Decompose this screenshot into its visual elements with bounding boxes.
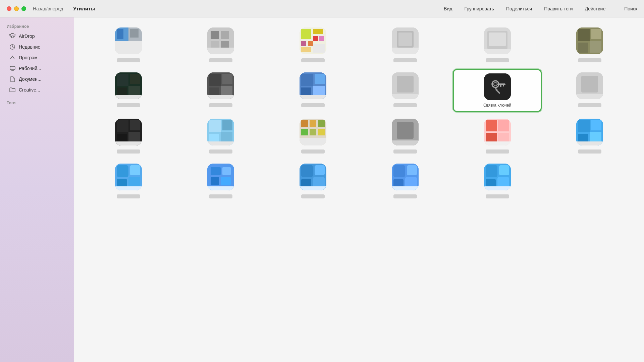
window-title: Утилиты — [73, 6, 95, 11]
svg-rect-37 — [578, 29, 590, 41]
sidebar-item-programs[interactable]: Програм... — [3, 53, 71, 63]
list-item[interactable] — [361, 160, 449, 202]
tags-label: Теги — [0, 95, 74, 107]
svg-rect-38 — [591, 29, 601, 39]
svg-rect-103 — [591, 120, 601, 130]
svg-rect-132 — [486, 165, 497, 177]
svg-rect-20 — [301, 29, 311, 39]
svg-rect-106 — [576, 141, 603, 145]
list-item[interactable] — [268, 24, 357, 66]
svg-rect-85 — [301, 120, 308, 127]
programs-icon — [9, 55, 15, 61]
svg-rect-48 — [209, 74, 221, 86]
svg-rect-40 — [590, 41, 601, 53]
action-button[interactable]: Действие — [585, 6, 606, 11]
list-item[interactable] — [268, 69, 357, 112]
sidebar-item-airdrop[interactable]: AirDrop — [3, 31, 71, 41]
svg-rect-114 — [211, 167, 221, 175]
keychain-app[interactable]: Связка ключей — [453, 69, 542, 112]
svg-rect-61 — [392, 94, 419, 99]
toolbar: Назад/вперед Утилиты Вид Группировать По… — [0, 0, 644, 17]
svg-rect-97 — [498, 120, 509, 131]
sidebar: Избранное AirDrop Недавние — [0, 17, 74, 362]
list-item[interactable] — [84, 115, 173, 157]
list-item[interactable] — [361, 115, 449, 157]
svg-rect-52 — [207, 95, 234, 99]
list-item[interactable] — [84, 24, 173, 66]
sidebar-item-desktop[interactable]: Рабочий... — [3, 63, 71, 73]
sidebar-item-creative[interactable]: Creative... — [3, 85, 71, 95]
svg-rect-90 — [318, 129, 325, 135]
svg-rect-26 — [301, 47, 311, 52]
svg-rect-93 — [397, 122, 414, 139]
list-item[interactable] — [268, 160, 357, 202]
svg-rect-18 — [207, 48, 234, 54]
list-item[interactable] — [268, 115, 357, 157]
list-item[interactable] — [84, 69, 173, 112]
svg-rect-66 — [503, 85, 504, 86]
svg-rect-21 — [313, 29, 323, 34]
list-item[interactable] — [361, 69, 449, 112]
edit-tags-button[interactable]: Править теги — [544, 6, 573, 11]
svg-rect-121 — [315, 165, 325, 175]
close-button[interactable] — [7, 6, 11, 11]
svg-rect-68 — [495, 89, 500, 94]
svg-rect-88 — [301, 129, 308, 135]
svg-rect-58 — [300, 95, 326, 99]
svg-rect-112 — [115, 186, 142, 190]
traffic-lights — [7, 6, 26, 11]
content-area: Связка ключей — [74, 17, 644, 362]
minimize-button[interactable] — [14, 6, 19, 11]
svg-rect-34 — [489, 33, 506, 46]
airdrop-icon — [9, 33, 15, 39]
svg-rect-118 — [207, 186, 234, 190]
svg-rect-73 — [117, 120, 128, 132]
svg-rect-96 — [486, 120, 497, 131]
clock-icon — [9, 44, 15, 50]
svg-rect-39 — [578, 43, 588, 53]
svg-rect-15 — [221, 31, 229, 39]
svg-rect-109 — [130, 165, 140, 175]
svg-rect-46 — [115, 95, 142, 99]
nav-back-forward[interactable]: Назад/вперед — [33, 6, 63, 11]
share-button[interactable]: Поделиться — [506, 6, 532, 11]
view-button[interactable]: Вид — [444, 6, 452, 11]
svg-rect-136 — [484, 186, 511, 190]
desktop-label: Рабочий... — [19, 66, 41, 71]
svg-rect-54 — [301, 74, 313, 86]
svg-rect-23 — [319, 36, 324, 41]
list-item[interactable] — [545, 24, 634, 66]
sidebar-item-documents[interactable]: Докумен... — [3, 74, 71, 84]
list-item[interactable] — [545, 69, 634, 112]
list-item[interactable] — [176, 69, 265, 112]
svg-rect-80 — [222, 120, 232, 130]
svg-rect-4 — [10, 66, 15, 70]
svg-rect-126 — [393, 165, 405, 177]
svg-rect-25 — [308, 41, 313, 46]
list-item[interactable] — [453, 115, 542, 157]
search-button[interactable]: Поиск — [624, 6, 637, 11]
list-item[interactable] — [176, 115, 265, 157]
list-item[interactable] — [176, 24, 265, 66]
list-item[interactable] — [84, 160, 173, 202]
svg-rect-77 — [115, 141, 142, 145]
svg-rect-116 — [211, 177, 219, 185]
svg-rect-24 — [301, 41, 306, 46]
keychain-label: Связка ключей — [483, 103, 511, 108]
list-item[interactable] — [453, 24, 542, 66]
svg-rect-71 — [576, 94, 603, 99]
maximize-button[interactable] — [21, 6, 26, 11]
list-item[interactable] — [361, 24, 449, 66]
list-item[interactable] — [176, 160, 265, 202]
svg-rect-42 — [117, 74, 128, 86]
sidebar-item-recent[interactable]: Недавние — [3, 42, 71, 52]
airdrop-label: AirDrop — [19, 34, 35, 39]
svg-rect-91 — [300, 138, 326, 145]
creative-label: Creative... — [19, 87, 40, 93]
svg-rect-117 — [221, 177, 231, 185]
svg-rect-108 — [117, 165, 128, 177]
list-item[interactable] — [453, 160, 542, 202]
svg-rect-64 — [497, 83, 505, 85]
group-button[interactable]: Группировать — [464, 6, 494, 11]
list-item[interactable] — [545, 115, 634, 157]
